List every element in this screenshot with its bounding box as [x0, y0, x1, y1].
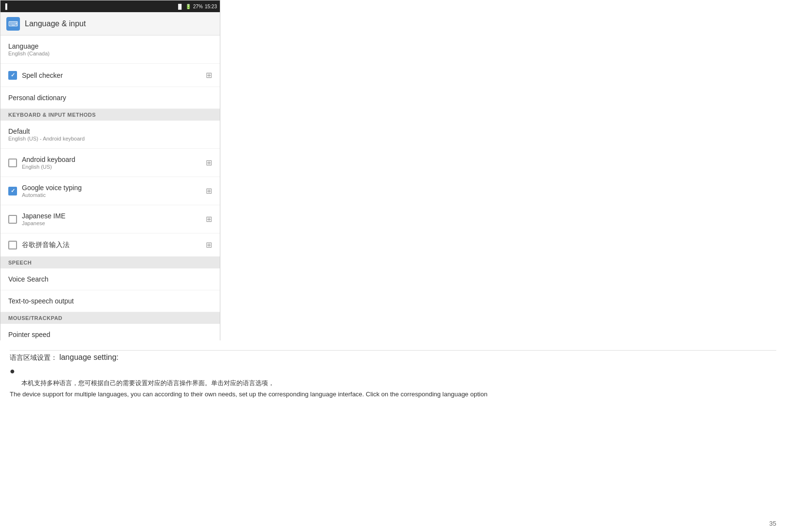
android-keyboard-settings-icon[interactable]: ⊞	[206, 158, 212, 167]
english-description: The device support for multiple language…	[10, 390, 776, 399]
status-bar-icon: ▐	[3, 3, 7, 9]
language-subtitle: English (Canada)	[8, 51, 50, 56]
guge-input-check: 谷歌拼音输入法	[8, 241, 70, 249]
japanese-ime-settings-icon[interactable]: ⊞	[206, 214, 212, 224]
bottom-content: 语言区域设置： language setting: ● 本机支持多种语言，您可根…	[0, 343, 786, 406]
japanese-ime-check: Japanese IME Japanese	[8, 212, 66, 226]
voice-search-item[interactable]: Voice Search	[0, 268, 220, 290]
guge-input-settings-icon[interactable]: ⊞	[206, 240, 212, 249]
speech-section-label: SPEECH	[8, 260, 32, 266]
default-keyboard-left: Default English (US) - Android keyboard	[8, 127, 85, 142]
app-header: ⌨ Language & input	[0, 12, 220, 35]
chinese-description: 本机支持多种语言，您可根据自己的需要设置对应的语言操作界面。单击对应的语言选项，	[21, 379, 776, 388]
guge-input-title: 谷歌拼音输入法	[22, 241, 70, 249]
mouse-section-header: MOUSE/TRACKPAD	[0, 312, 220, 324]
android-keyboard-subtitle: English (US)	[22, 164, 75, 170]
time-display: 15:23	[205, 4, 217, 9]
google-voice-typing-item[interactable]: Google voice typing Automatic ⊞	[0, 177, 220, 205]
default-keyboard-title: Default	[8, 127, 85, 135]
google-voice-typing-title: Google voice typing	[22, 184, 82, 192]
heading-en: language setting:	[59, 353, 119, 361]
keyboard-section-header: KEYBOARD & INPUT METHODS	[0, 109, 220, 121]
spell-checker-checkbox[interactable]	[8, 71, 17, 80]
tts-output-item[interactable]: Text-to-speech output	[0, 290, 220, 312]
spell-checker-settings-icon[interactable]: ⊞	[206, 71, 212, 80]
battery-percentage: 27%	[193, 4, 203, 9]
heading-en-text: language setting:	[59, 353, 119, 361]
guge-input-item[interactable]: 谷歌拼音输入法 ⊞	[0, 233, 220, 257]
android-keyboard-left: Android keyboard English (US)	[22, 156, 75, 170]
language-setting-item[interactable]: Language English (Canada)	[0, 35, 220, 64]
japanese-ime-checkbox[interactable]	[8, 215, 17, 224]
japanese-ime-item[interactable]: Japanese IME Japanese ⊞	[0, 205, 220, 233]
default-keyboard-subtitle: English (US) - Android keyboard	[8, 136, 85, 142]
guge-input-checkbox[interactable]	[8, 241, 17, 249]
japanese-ime-left: Japanese IME Japanese	[22, 212, 66, 226]
heading-zh-text: 语言区域设置：	[10, 354, 57, 361]
japanese-ime-title: Japanese IME	[22, 212, 66, 220]
google-voice-typing-check: Google voice typing Automatic	[8, 184, 82, 198]
google-voice-typing-checkbox[interactable]	[8, 187, 17, 195]
signal-icon: ▐▌	[177, 4, 183, 9]
keyboard-icon: ⌨	[8, 20, 18, 28]
voice-search-title: Voice Search	[8, 275, 49, 283]
spell-checker-check: Spell checker	[8, 71, 63, 80]
mouse-section-label: MOUSE/TRACKPAD	[8, 315, 62, 321]
battery-icon: 🔋	[185, 4, 191, 9]
bullet-dot-icon: ●	[10, 366, 15, 377]
bottom-heading: 语言区域设置： language setting:	[10, 353, 776, 362]
default-keyboard-item[interactable]: Default English (US) - Android keyboard	[0, 121, 220, 149]
speech-section-header: SPEECH	[0, 257, 220, 268]
status-bar: ▐ ▐▌ 🔋 27% 15:23	[0, 0, 220, 12]
section-divider	[10, 350, 776, 351]
app-header-icon: ⌨	[6, 17, 20, 31]
android-keyboard-check: Android keyboard English (US)	[8, 156, 75, 170]
spell-checker-item[interactable]: Spell checker ⊞	[0, 64, 220, 87]
tts-output-left: Text-to-speech output	[8, 297, 74, 305]
personal-dictionary-left: Personal dictionary	[8, 94, 66, 102]
tts-output-title: Text-to-speech output	[8, 297, 74, 305]
pointer-speed-title: Pointer speed	[8, 331, 50, 338]
android-keyboard-checkbox[interactable]	[8, 159, 17, 167]
status-bar-left: ▐	[3, 3, 7, 9]
status-bar-right: ▐▌ 🔋 27% 15:23	[177, 4, 217, 9]
settings-list: Language English (Canada) Spell checker …	[0, 35, 220, 341]
google-voice-typing-subtitle: Automatic	[22, 192, 82, 198]
language-item-left: Language English (Canada)	[8, 42, 50, 56]
voice-search-left: Voice Search	[8, 275, 49, 283]
android-keyboard-title: Android keyboard	[22, 156, 75, 163]
page-number: 35	[769, 520, 776, 527]
spell-checker-title: Spell checker	[22, 71, 63, 79]
personal-dictionary-item[interactable]: Personal dictionary	[0, 87, 220, 109]
google-voice-typing-settings-icon[interactable]: ⊞	[206, 186, 212, 195]
pointer-speed-left: Pointer speed	[8, 331, 50, 338]
phone-mockup: ▐ ▐▌ 🔋 27% 15:23 ⌨ Language & input Lang…	[0, 0, 220, 340]
google-voice-typing-left: Google voice typing Automatic	[22, 184, 82, 198]
language-title: Language	[8, 42, 50, 50]
guge-input-left: 谷歌拼音输入法	[22, 241, 70, 249]
keyboard-section-label: KEYBOARD & INPUT METHODS	[8, 112, 96, 118]
japanese-ime-subtitle: Japanese	[22, 220, 66, 226]
bullet-point: ●	[10, 366, 776, 377]
android-keyboard-item[interactable]: Android keyboard English (US) ⊞	[0, 149, 220, 177]
app-header-title: Language & input	[25, 19, 86, 28]
spell-checker-left: Spell checker	[22, 71, 63, 79]
personal-dictionary-title: Personal dictionary	[8, 94, 66, 102]
pointer-speed-item[interactable]: Pointer speed	[0, 324, 220, 341]
heading-zh: 语言区域设置：	[10, 354, 59, 361]
